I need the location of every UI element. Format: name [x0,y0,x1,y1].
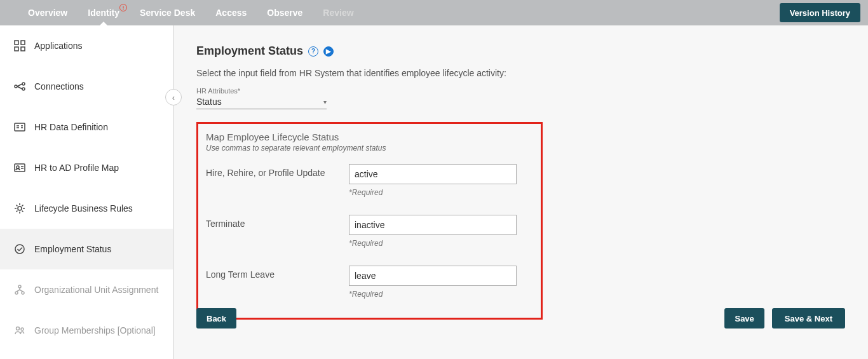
tab-service-desk[interactable]: Service Desk [130,0,205,25]
box-title: Map Employee Lifecycle Status [206,132,533,142]
tab-label: Overview [28,8,67,18]
field-label: Terminate [206,215,349,229]
svg-point-4 [15,85,17,88]
svg-rect-8 [15,164,25,172]
sidebar-item-label: Group Memberships [Optional] [34,325,156,335]
save-button[interactable]: Save [724,308,764,329]
alert-icon [119,4,127,11]
back-button[interactable]: Back [196,308,236,329]
hr-attributes-label: HR Attributes* [196,87,845,95]
footer-buttons: Back Save Save & Next [196,308,845,329]
profile-map-icon [14,162,25,173]
box-hint: Use commas to separate relevant employme… [206,144,533,152]
page-subtitle: Select the input field from HR System th… [196,68,845,78]
top-tab-bar: Overview Identity Service Desk Access Ob… [0,0,868,25]
svg-rect-3 [21,47,25,51]
svg-point-13 [15,292,18,294]
svg-point-5 [22,83,25,85]
chevron-down-icon: ▾ [323,98,327,105]
required-note: *Required [349,290,517,299]
chevron-left-icon: ‹ [172,93,175,102]
tab-identity[interactable]: Identity [78,0,130,25]
field-row-hire: Hire, Rehire, or Profile Update *Require… [206,164,533,197]
lifecycle-status-box: Map Employee Lifecycle Status Use commas… [196,122,543,320]
svg-point-16 [21,328,24,330]
tab-label: Observe [267,8,302,18]
tab-observe[interactable]: Observe [257,0,313,25]
sidebar-item-label: HR Data Definition [34,122,108,132]
sidebar: ‹ Applications Connections HR Data Defin… [0,25,173,359]
sidebar-item-hr-data-definition[interactable]: HR Data Definition [0,107,173,147]
svg-point-9 [17,166,19,168]
sidebar-item-employment-status[interactable]: Employment Status [0,229,173,269]
required-note: *Required [349,188,517,197]
field-label: Hire, Rehire, or Profile Update [206,164,349,178]
svg-rect-7 [15,123,25,131]
tab-overview[interactable]: Overview [18,0,78,25]
play-icon[interactable]: ▶ [323,46,334,57]
apps-icon [14,40,25,51]
sidebar-item-organizational-unit-assignment[interactable]: Organizational Unit Assignment [0,269,173,310]
field-row-terminate: Terminate *Required [206,215,533,248]
sidebar-item-applications[interactable]: Applications [0,25,173,66]
hr-attributes-value: Status [196,97,222,107]
gear-icon [14,203,25,214]
svg-point-14 [22,292,24,294]
group-icon [14,325,25,336]
data-definition-icon [14,121,25,133]
help-icon[interactable]: ? [308,46,318,57]
page-title: Employment Status [196,44,303,58]
sidebar-item-hr-to-ad-profile-map[interactable]: HR to AD Profile Map [0,147,173,188]
field-label: Long Term Leave [206,266,349,280]
svg-rect-0 [15,41,18,44]
tab-access[interactable]: Access [205,0,257,25]
svg-point-15 [17,327,20,330]
required-note: *Required [349,239,517,248]
save-next-button[interactable]: Save & Next [772,308,845,329]
sidebar-item-label: Connections [34,81,84,91]
tab-label: Access [215,8,247,18]
connections-icon [14,81,25,92]
collapse-sidebar-button[interactable]: ‹ [165,89,182,105]
svg-point-10 [18,207,22,210]
svg-rect-2 [15,47,18,51]
svg-point-6 [22,88,25,90]
check-circle-icon [14,243,25,255]
tab-review[interactable]: Review [313,0,363,25]
leave-status-input[interactable] [349,266,517,286]
hire-status-input[interactable] [349,164,517,184]
sidebar-item-label: Organizational Unit Assignment [34,285,158,295]
sidebar-item-label: HR to AD Profile Map [34,163,119,173]
field-row-long-term-leave: Long Term Leave *Required [206,266,533,299]
org-icon [14,284,25,295]
tab-label: Identity [88,8,119,18]
sidebar-item-label: Employment Status [34,244,111,254]
svg-point-12 [18,285,21,288]
sidebar-item-label: Lifecycle Business Rules [34,203,133,213]
sidebar-item-group-memberships[interactable]: Group Memberships [Optional] [0,310,173,351]
sidebar-item-connections[interactable]: Connections [0,66,173,107]
svg-rect-1 [21,41,25,44]
sidebar-item-lifecycle-business-rules[interactable]: Lifecycle Business Rules [0,188,173,229]
sidebar-item-label: Applications [34,41,83,51]
terminate-status-input[interactable] [349,215,517,235]
tab-label: Review [323,8,353,18]
tab-label: Service Desk [140,8,195,18]
main-content: Employment Status ? ▶ Select the input f… [173,25,868,359]
svg-point-11 [15,245,24,254]
hr-attributes-select[interactable]: Status ▾ [196,95,327,109]
hr-attributes-field: HR Attributes* Status ▾ [196,87,845,109]
version-history-button[interactable]: Version History [780,3,860,22]
